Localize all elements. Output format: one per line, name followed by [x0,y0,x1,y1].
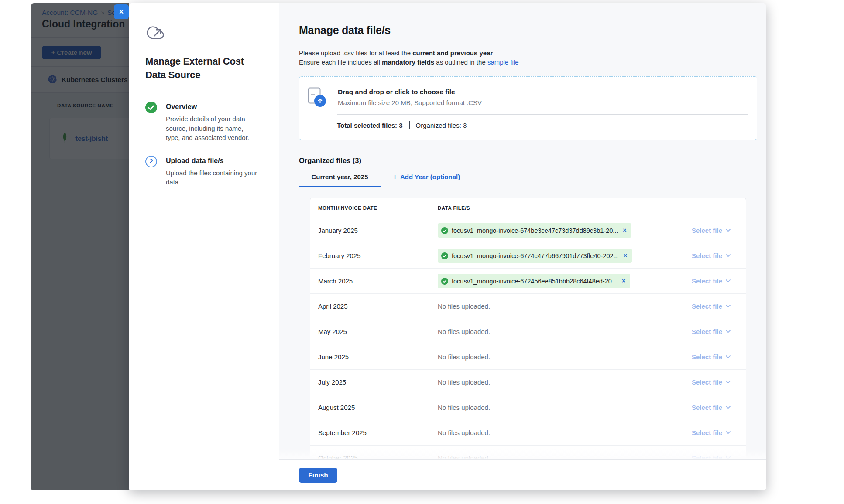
instruction-line2-bold: mandatory fields [382,58,434,66]
tab-current-year[interactable]: Current year, 2025 [299,173,381,187]
file-name: focusv1_mongo-invoice-674be3ce47c73d37dd… [452,227,618,234]
select-file-label: Select file [692,404,722,411]
chevron-down-icon [726,330,731,333]
instructions: Please upload .csv files for at least th… [299,48,757,67]
select-file-label: Select file [692,454,722,459]
select-file-dropdown[interactable]: Select file [674,454,746,459]
chevron-down-icon [726,229,731,232]
file-dropzone[interactable]: Drag and drop or click to choose file Ma… [299,76,757,140]
instruction-line2-text: Ensure each file includes all [299,58,382,66]
no-files-text: No files uploaded. [438,404,490,411]
finish-button[interactable]: Finish [299,468,337,483]
table-body: January 2025 focusv1_mongo-invoice-674be… [310,218,746,459]
manage-external-cost-dialog: Manage External Cost Data Source Overvie… [129,3,766,490]
select-file-dropdown[interactable]: Select file [674,328,746,335]
chevron-down-icon [726,279,731,283]
file-check-icon [441,252,448,259]
add-year-button[interactable]: + Add Year (optional) [393,173,460,187]
select-file-dropdown[interactable]: Select file [674,277,746,285]
table-row: February 2025 focusv1_mongo-invoice-6774… [310,243,746,269]
select-file-label: Select file [692,378,722,386]
select-file-label: Select file [692,303,722,310]
row-month-label: January 2025 [310,227,438,234]
select-file-dropdown[interactable]: Select file [674,353,746,361]
instruction-line1-text: Please upload .csv files for at least th… [299,49,412,57]
organized-files-count: Organized files: 3 [416,122,467,129]
row-file-cell: No files uploaded. [438,429,674,436]
table-row: January 2025 focusv1_mongo-invoice-674be… [310,218,746,243]
table-row: July 2025 No files uploaded. Select file [310,370,746,395]
organized-files-heading: Organized files (3) [299,157,757,165]
no-files-text: No files uploaded. [438,303,490,310]
row-file-cell: No files uploaded. [438,454,674,459]
close-icon: × [119,8,124,16]
sample-file-link[interactable]: sample file [487,58,519,66]
chevron-down-icon [726,355,731,358]
remove-file-icon[interactable]: × [622,278,625,284]
cloud-export-icon [145,35,165,43]
select-file-label: Select file [692,429,722,436]
dialog-title: Manage External Cost Data Source [145,54,263,82]
select-file-label: Select file [692,252,722,259]
close-button[interactable]: × [114,4,129,19]
upload-arrow-icon [314,95,326,107]
select-file-dropdown[interactable]: Select file [674,404,746,411]
no-files-text: No files uploaded. [438,454,490,459]
row-file-cell: focusv1_mongo-invoice-672456ee851bbb28c6… [438,274,674,288]
no-files-text: No files uploaded. [438,429,490,436]
table-row: August 2025 No files uploaded. Select fi… [310,395,746,420]
step-title: Upload data file/s [166,156,259,165]
table-row: March 2025 focusv1_mongo-invoice-672456e… [310,269,746,294]
select-file-dropdown[interactable]: Select file [674,252,746,259]
select-file-dropdown[interactable]: Select file [674,227,746,234]
remove-file-icon[interactable]: × [623,227,626,234]
chevron-down-icon [726,381,731,384]
dropzone-title: Drag and drop or click to choose file [338,88,482,96]
row-month-label: February 2025 [310,252,438,259]
dialog-footer: Finish [279,459,766,490]
step-number-badge: 2 [145,156,157,167]
select-file-label: Select file [692,277,722,285]
step-overview[interactable]: Overview Provide details of your data so… [145,102,263,143]
remove-file-icon[interactable]: × [624,252,627,259]
column-month-invoice-date: MONTH/INVOICE DATE [310,205,438,211]
upload-step-content: Manage data file/s Please upload .csv fi… [279,3,766,459]
total-selected-files: Total selected files: 3 [337,122,403,129]
file-check-icon [441,227,448,234]
add-year-label: Add Year (optional) [400,173,460,180]
instruction-line1-bold: current and previous year [412,49,493,57]
dropzone-subtitle: Maximum file size 20 MB; Supported forma… [338,99,482,106]
row-file-cell: focusv1_mongo-invoice-6774c477b667901d77… [438,249,674,263]
row-month-label: August 2025 [310,404,438,411]
row-file-cell: focusv1_mongo-invoice-674be3ce47c73d37dd… [438,223,674,238]
table-header-row: MONTH/INVOICE DATE DATA FILE/S [310,198,746,218]
table-row: June 2025 No files uploaded. Select file [310,344,746,370]
file-check-icon [441,278,448,285]
chevron-down-icon [726,254,731,257]
row-file-cell: No files uploaded. [438,353,674,361]
select-file-label: Select file [692,227,722,234]
table-row: May 2025 No files uploaded. Select file [310,319,746,344]
no-files-text: No files uploaded. [438,328,490,335]
year-tabs: Current year, 2025 + Add Year (optional) [299,173,757,187]
background-page: Account: CCM-NG > Set Cloud Integration … [31,3,129,490]
select-file-label: Select file [692,328,722,335]
select-file-dropdown[interactable]: Select file [674,303,746,310]
divider [337,114,748,115]
content-heading: Manage data file/s [299,24,757,37]
row-month-label: March 2025 [310,277,438,285]
file-name: focusv1_mongo-invoice-6774c477b667901d77… [452,252,619,259]
file-upload-icon [308,87,328,108]
row-file-cell: No files uploaded. [438,378,674,386]
row-month-label: June 2025 [310,353,438,361]
select-file-dropdown[interactable]: Select file [674,429,746,436]
row-file-cell: No files uploaded. [438,328,674,335]
table-row: October 2025 No files uploaded. Select f… [310,446,746,459]
step-upload-data[interactable]: 2 Upload data file/s Upload the files co… [145,156,263,187]
file-chip: focusv1_mongo-invoice-672456ee851bbb28c6… [438,274,630,288]
chevron-down-icon [726,406,731,409]
column-data-files: DATA FILE/S [438,205,746,211]
row-month-label: October 2025 [310,454,438,459]
row-file-cell: No files uploaded. [438,303,674,310]
select-file-dropdown[interactable]: Select file [674,378,746,386]
